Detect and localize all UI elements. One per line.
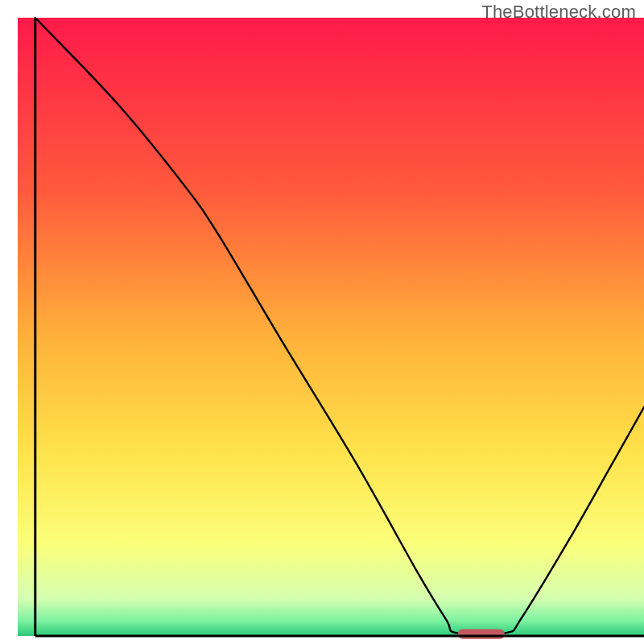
- optimal-zone-marker: [458, 630, 505, 639]
- gradient-background: [18, 18, 644, 636]
- chart-container: TheBottleneck.com: [0, 0, 644, 644]
- bottleneck-chart: [0, 0, 644, 644]
- watermark-text: TheBottleneck.com: [481, 2, 636, 23]
